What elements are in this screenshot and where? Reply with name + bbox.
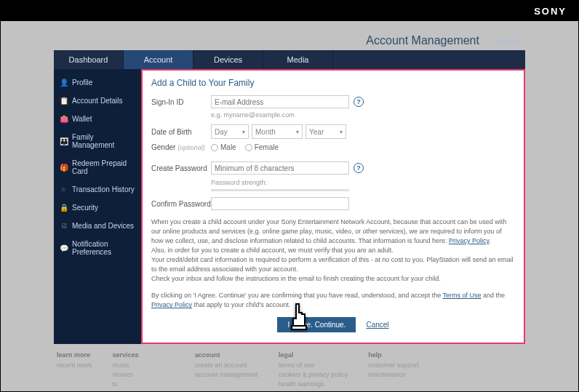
month-select[interactable]: Month — [252, 124, 303, 139]
day-select[interactable]: Day — [211, 124, 249, 139]
details-icon: 📋 — [60, 97, 68, 105]
tab-account[interactable]: Account — [124, 50, 193, 69]
body: 👤Profile 📋Account Details 👛Wallet 👪Famil… — [54, 69, 525, 344]
lock-icon: 🔒 — [60, 204, 68, 212]
footer-link[interactable]: customer support — [368, 361, 419, 369]
sidebar-item-label: Transaction History — [72, 185, 135, 193]
radio-icon — [245, 144, 252, 151]
cancel-link[interactable]: Cancel — [366, 321, 388, 329]
sidebar-item-label: Notification Preferences — [72, 240, 135, 256]
privacy-policy-link[interactable]: Privacy Policy — [449, 237, 489, 244]
help-icon[interactable]: ? — [354, 97, 364, 107]
gender-label: Gender (optional) — [151, 143, 211, 151]
footer-link[interactable]: tv — [113, 380, 175, 388]
tab-dashboard[interactable]: Dashboard — [54, 50, 124, 69]
footer-link[interactable]: maintenance — [368, 371, 419, 378]
radio-icon — [211, 144, 218, 151]
confirm-label: Confirm Password — [151, 200, 211, 208]
sidebar-item-label: Family Management — [72, 133, 135, 149]
sidebar-item-label: Media and Devices — [72, 222, 134, 230]
footer-link[interactable]: create an account — [195, 361, 258, 369]
panel-title: Add a Child to Your Family — [151, 78, 515, 88]
sidebar-item-label: Security — [72, 204, 98, 212]
female-radio[interactable]: Female — [245, 143, 279, 151]
footer: learn more recent news services music mo… — [54, 344, 525, 392]
container: Dashboard Account Devices Media 👤Profile… — [54, 50, 525, 344]
sony-logo: SONY — [534, 6, 567, 17]
sidebar-item-account-details[interactable]: 📋Account Details — [54, 92, 141, 110]
signin-label: Sign-In ID — [151, 98, 211, 106]
footer-link[interactable]: movies — [113, 371, 175, 378]
email-hint: e.g. myname@example.com — [211, 111, 515, 119]
tab-devices[interactable]: Devices — [193, 50, 263, 69]
terms-of-use-link[interactable]: Terms of Use — [443, 292, 482, 299]
list-icon: ≡ — [60, 185, 68, 193]
footer-col-help: help customer support maintenance — [368, 351, 419, 392]
male-radio[interactable]: Male — [211, 143, 236, 151]
dob-label: Date of Birth — [151, 128, 211, 136]
topbar: SONY — [1, 1, 578, 21]
help-icon[interactable]: ? — [354, 163, 364, 173]
page: Account Management Sign Out Dashboard Ac… — [54, 30, 525, 392]
footer-col-learn: learn more recent news — [57, 351, 92, 392]
year-select[interactable]: Year — [306, 124, 346, 139]
footer-col-legal: legal terms of use cookies & privacy pol… — [279, 351, 348, 392]
screen-icon: 🖥 — [60, 222, 68, 230]
tab-media[interactable]: Media — [263, 50, 333, 69]
password-strength-bar — [211, 189, 349, 191]
tabs: Dashboard Account Devices Media — [54, 50, 525, 69]
footer-link[interactable]: music — [113, 361, 175, 369]
footer-link[interactable]: terms of use — [279, 361, 348, 369]
profile-icon: 👤 — [60, 79, 68, 87]
footer-link[interactable]: recent news — [57, 361, 92, 369]
footer-link[interactable]: health warnings — [279, 380, 348, 388]
footer-link[interactable]: cookies & privacy policy — [279, 371, 348, 378]
password-strength-label: Password strength: — [211, 179, 515, 186]
footer-col-services: services music movies tv games PlayMemor… — [113, 351, 175, 392]
sidebar-item-media-devices[interactable]: 🖥Media and Devices — [54, 217, 141, 235]
privacy-policy-link-2[interactable]: Privacy Policy — [151, 301, 192, 308]
footer-col-account: account create an account account manage… — [195, 351, 258, 392]
main-panel: Add a Child to Your Family Sign-In ID ? … — [141, 69, 525, 344]
email-input[interactable] — [211, 95, 349, 108]
family-icon: 👪 — [60, 137, 68, 145]
password-label: Create Password — [151, 164, 211, 172]
wallet-icon: 👛 — [60, 115, 68, 123]
sidebar-item-label: Account Details — [72, 97, 122, 105]
sidebar-item-profile[interactable]: 👤Profile — [54, 73, 141, 92]
sidebar: 👤Profile 📋Account Details 👛Wallet 👪Famil… — [54, 69, 141, 344]
sign-out-link[interactable]: Sign Out — [497, 37, 522, 44]
disclaimer-2: By clicking on 'I Agree. Continue' you a… — [151, 291, 515, 310]
sidebar-item-label: Wallet — [72, 115, 92, 123]
sidebar-item-family[interactable]: 👪Family Management — [54, 128, 141, 154]
footer-link[interactable]: account management — [195, 371, 258, 378]
sidebar-item-notifications[interactable]: 💬Notification Preferences — [54, 235, 141, 261]
sidebar-item-wallet[interactable]: 👛Wallet — [54, 110, 141, 128]
sidebar-item-redeem[interactable]: 🎁Redeem Prepaid Card — [54, 154, 141, 180]
sidebar-item-transactions[interactable]: ≡Transaction History — [54, 180, 141, 199]
chat-icon: 💬 — [60, 244, 68, 252]
gift-icon: 🎁 — [60, 164, 68, 172]
app-frame: SONY Account Management Sign Out Dashboa… — [0, 0, 579, 392]
header: Account Management Sign Out — [54, 30, 525, 50]
sidebar-item-label: Profile — [72, 79, 92, 87]
page-title: Account Management — [366, 34, 479, 47]
confirm-input[interactable] — [211, 197, 349, 210]
password-input[interactable] — [211, 161, 349, 175]
disclaimer: When you create a child account under yo… — [151, 217, 515, 284]
sidebar-item-label: Redeem Prepaid Card — [72, 159, 135, 175]
sidebar-item-security[interactable]: 🔒Security — [54, 199, 141, 217]
agree-continue-button[interactable]: I Agree. Continue. — [277, 317, 356, 332]
